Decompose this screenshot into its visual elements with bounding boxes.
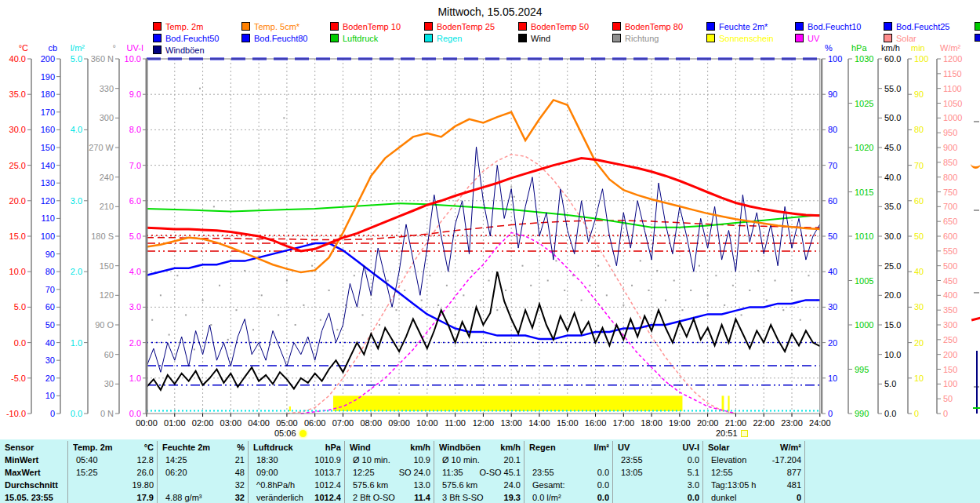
direction-dot <box>741 314 742 315</box>
axis-tick-label: 4.0 <box>129 267 141 276</box>
table-row: 13:055.1 <box>618 466 699 479</box>
axis-tick-label: 1005 <box>855 276 873 286</box>
table-cell: MinWert <box>5 454 38 466</box>
axis-tick-label: 1010 <box>855 231 873 241</box>
table-column: Temp. 2m°C05:4012.815:2526.019.8017.9 <box>68 441 158 503</box>
table-row: MaxWert <box>5 466 64 479</box>
table-cell: Luftdruck <box>253 441 293 454</box>
table-row: 15:2526.0 <box>73 466 154 479</box>
direction-dot <box>555 260 557 261</box>
x-tick-label: 20:00 <box>697 418 719 428</box>
table-cell: 0.0 <box>688 491 699 503</box>
axis-tick-label: 20 <box>45 374 55 383</box>
axis-tick-label: 9.0 <box>129 89 141 99</box>
table-cell: 48 <box>235 466 245 479</box>
table-row: ^0.8hPa/h1012.4 <box>253 479 341 491</box>
table-cell: 1012.4 <box>314 491 341 503</box>
table-row: 14:2521 <box>162 454 245 466</box>
table-cell: UV-I <box>683 441 699 454</box>
axis-tick-label: 1025 <box>855 99 873 108</box>
table-cell: -17.204 <box>772 454 801 466</box>
direction-dot <box>715 275 717 276</box>
table-cell: Sensor <box>5 441 34 454</box>
table-cell: Tag:13:05 h <box>708 479 757 491</box>
direction-dot <box>261 294 263 296</box>
axis-tick-label: 50 <box>828 231 837 241</box>
table-cell: 13.0 <box>414 479 430 491</box>
table-cell: dunkel <box>708 491 736 503</box>
direction-dot <box>252 329 254 330</box>
direction-dot <box>521 265 523 267</box>
table-cell: 0.0 <box>597 491 609 503</box>
axis-tick-label: 15.0 <box>9 231 26 241</box>
x-tick-label: 14:00 <box>528 418 550 428</box>
direction-dot <box>455 314 456 315</box>
table-cell: 12:25 <box>350 466 375 479</box>
table-cell: 10.9 <box>414 454 430 466</box>
axis-tick-label: 400 <box>943 290 957 300</box>
axis-tick-label: 210 <box>100 202 114 211</box>
axis-tick-label: 70 <box>914 161 924 170</box>
table-cell: 15:25 <box>73 466 98 479</box>
x-tick-label: 00:00 <box>136 418 158 428</box>
table-cell: 5.1 <box>688 466 699 479</box>
table-cell: km/h <box>410 441 430 454</box>
axis-tick-label: 800 <box>943 173 957 182</box>
axis-tick-label: 170 <box>41 108 55 117</box>
table-row: 15.05. 23:55 <box>5 491 64 503</box>
table-cell: 2 Bft O-SO <box>350 491 395 503</box>
table-row: 18:301010.9 <box>253 454 341 466</box>
direction-dot <box>589 285 590 286</box>
axis-tick-label: 35.0 <box>884 202 901 211</box>
table-row: 06:2048 <box>162 466 245 479</box>
direction-dot <box>421 300 423 301</box>
x-tick-label: 02:00 <box>192 418 214 428</box>
axis-tick-label: 10.0 <box>9 267 26 276</box>
sunshine-bar <box>722 395 724 411</box>
x-tick-label: 05:00 <box>276 418 298 428</box>
axis-tick-label: 450 <box>943 276 957 286</box>
table-row: Feuchte 2m% <box>162 441 245 454</box>
direction-dot <box>219 285 220 286</box>
table-cell: 3 Bft S-SO <box>439 491 484 503</box>
sunrise-time: 05:06 <box>274 428 296 438</box>
table-cell: km/h <box>500 441 521 454</box>
x-tick-label: 22:00 <box>753 418 775 428</box>
table-row: Tag:13:05 h481 <box>708 479 801 491</box>
table-cell: 13:05 <box>618 466 643 479</box>
table-row: Windkm/h <box>350 441 430 454</box>
cutoff-legend-swatch <box>975 22 980 31</box>
table-cell: 23:55 <box>529 466 554 479</box>
table-row: LuftdruckhPa <box>253 441 341 454</box>
axis-tick-label: 10.0 <box>884 350 901 359</box>
table-row: 575.6 km13.0 <box>350 479 430 491</box>
table-cell: 12:55 <box>708 466 733 479</box>
table-cell: 26.0 <box>137 466 154 479</box>
direction-dot <box>286 280 288 282</box>
x-tick-label: 21:00 <box>725 418 747 428</box>
axis-tick-label: 160 <box>41 125 55 134</box>
table-row: 0.0 <box>618 491 699 503</box>
table-row: 3 Bft S-SO19.3 <box>439 491 521 503</box>
table-cell <box>529 454 532 466</box>
axis-tick-label: 330 <box>100 84 114 93</box>
direction-dot <box>564 290 565 291</box>
direction-dot <box>631 285 633 286</box>
direction-dot <box>283 117 285 118</box>
x-tick-label: 24:00 <box>809 418 831 428</box>
direction-dot <box>732 285 734 286</box>
x-tick-label: 17:00 <box>613 418 635 428</box>
axis-unit-hpa: hPa <box>851 43 867 53</box>
axis-tick-label: 60 <box>104 350 114 359</box>
direction-dot <box>707 294 709 296</box>
direction-dot <box>169 334 170 336</box>
axis-tick-label: 4.0 <box>71 125 82 134</box>
table-cell: hPa <box>325 441 341 454</box>
axis-tick-label: 50 <box>45 320 55 330</box>
axis-tick-label: 900 <box>943 143 957 152</box>
table-row: UVUV-I <box>618 441 699 454</box>
direction-dot <box>446 285 448 286</box>
axis-tick-label: 10 <box>914 374 924 383</box>
axis-tick-label: 50 <box>943 394 953 403</box>
table-cell: 1012.4 <box>314 479 341 491</box>
